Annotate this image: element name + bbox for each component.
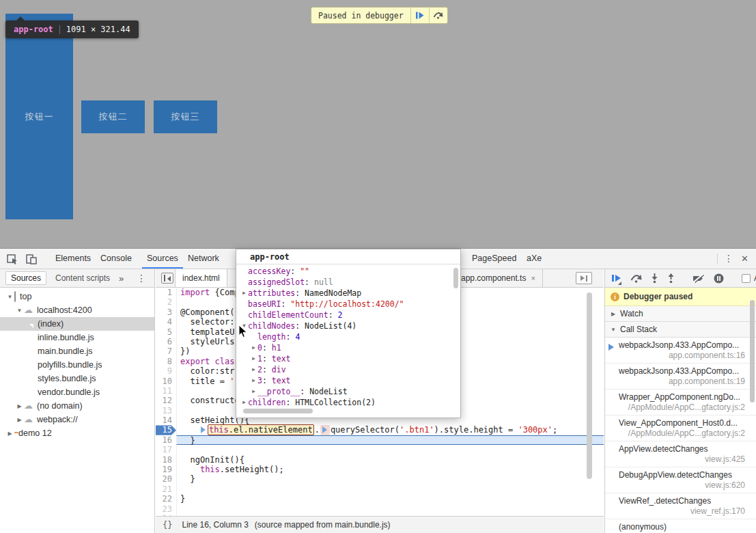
gutter-line-number[interactable]: 2 [156, 297, 176, 307]
tab-elements[interactable]: Elements [53, 249, 93, 269]
device-toolbar-icon[interactable] [26, 254, 37, 264]
call-stack-frame-0[interactable]: webpackJsonp.433.AppCompo...app.componen… [605, 338, 756, 364]
paused-line-gutter-flag[interactable]: 15 [156, 425, 176, 435]
popup-prop-children[interactable]: ▶children: HTMLCollection(2) [236, 397, 460, 408]
popup-prop-2[interactable]: ▶2: div [236, 364, 460, 375]
gutter-line-number[interactable]: 12 [156, 396, 176, 405]
tree-collapsed-icon[interactable]: ▶ [15, 417, 24, 423]
call-stack-frame-6[interactable]: ViewRef_.detectChangesview_ref.js:170 [605, 493, 756, 519]
gutter-line-number[interactable]: 13 [156, 406, 176, 415]
editor-scrollbar-thumb[interactable] [587, 292, 592, 479]
page-button-2[interactable]: 按钮二 [81, 100, 145, 133]
call-stack-frame-3[interactable]: View_AppComponent_Host0.d.../AppModule/A… [605, 415, 756, 441]
prop-collapsed-icon[interactable]: ▶ [250, 364, 257, 375]
popup-prop-assignedSlot[interactable]: assignedSlot: null [236, 277, 460, 288]
watch-section-header[interactable]: ▶ Watch [605, 306, 756, 322]
tab-network[interactable]: Network [186, 249, 221, 269]
gutter-line-number[interactable]: 1 [156, 288, 176, 297]
tree-item-main-bundle-js[interactable]: main.bundle.js [0, 344, 154, 358]
popup-prop-attributes[interactable]: ▶attributes: NamedNodeMap [236, 288, 460, 299]
tree-collapsed-icon[interactable]: ▶ [5, 430, 14, 437]
gutter-line-number[interactable]: 22 [156, 494, 176, 504]
tree-item-polyfills-bundle-js[interactable]: polyfills.bundle.js [0, 358, 154, 372]
gutter-line-number[interactable]: 9 [156, 366, 176, 376]
gutter-line-number[interactable]: 17 [156, 445, 176, 454]
popup-prop-accessKey[interactable]: accessKey: "" [236, 266, 460, 277]
gutter-line-number[interactable]: 6 [156, 337, 176, 346]
inline-step-marker-icon[interactable] [322, 426, 327, 433]
popup-prop-0[interactable]: ▶0: h1 [236, 342, 460, 353]
prop-collapsed-icon[interactable]: ▶ [250, 353, 257, 364]
call-stack-frame-7[interactable]: (anonymous)application_ref.js:625 [605, 519, 756, 533]
step-over-button[interactable] [630, 274, 642, 283]
popup-prop-baseURI[interactable]: baseURI: "http://localhost:4200/" [236, 299, 460, 310]
tree-item--index-[interactable]: (index) [0, 317, 154, 331]
gutter-line-number[interactable]: 18 [156, 455, 176, 465]
popup-prop-__proto__[interactable]: ▶__proto__: NodeList [236, 386, 460, 397]
popup-prop-childElementCount[interactable]: childElementCount: 2 [236, 310, 460, 320]
tree-expanded-icon[interactable]: ▼ [5, 294, 14, 300]
tree-item-inline-bundle-js[interactable]: inline.bundle.js [0, 331, 154, 344]
tree-item-localhost-4200[interactable]: ▼☁localhost:4200 [0, 303, 154, 317]
sidebar-menu-icon[interactable]: ⋮ [137, 273, 146, 284]
sidebar-overflow-chevron[interactable]: » [119, 273, 124, 284]
call-stack-frame-4[interactable]: AppView.detectChangesview.js:425 [605, 441, 756, 467]
tab-axe[interactable]: aXe [524, 249, 544, 269]
editor-tab-index-html[interactable]: index.html [175, 269, 227, 287]
async-checkbox[interactable] [742, 274, 751, 283]
tab-console[interactable]: Console [98, 249, 134, 269]
page-button-1[interactable]: 按钮一 [5, 14, 73, 219]
gutter-line-number[interactable]: 5 [156, 327, 176, 337]
tree-item-vendor-bundle-js[interactable]: vendor.bundle.js [0, 385, 154, 399]
call-stack-frame-2[interactable]: Wrapper_AppComponent.ngDo.../AppModule/A… [605, 390, 756, 415]
tab-sources[interactable]: Sources [145, 249, 180, 269]
hide-navigator-icon[interactable] [161, 273, 173, 284]
sidebar-tab-sources[interactable]: Sources [5, 271, 46, 285]
tree-collapsed-icon[interactable]: ▶ [15, 403, 24, 409]
popup-prop-length[interactable]: length: 4 [236, 331, 460, 342]
gutter-line-number[interactable]: 7 [156, 346, 176, 356]
gutter-line-number[interactable]: 4 [156, 317, 176, 327]
step-into-button[interactable] [651, 273, 658, 283]
popup-scrollbar-vertical-thumb[interactable] [453, 268, 458, 288]
gutter-line-number[interactable]: 14 [156, 415, 176, 425]
popup-prop-3[interactable]: ▶3: text [236, 375, 460, 386]
resume-script-button[interactable] [612, 274, 621, 282]
gutter-line-number[interactable]: 11 [156, 386, 176, 396]
devtools-close-icon[interactable]: ✕ [741, 249, 748, 269]
hover-evaluated-expression[interactable]: this.el.nativeElement [208, 424, 314, 435]
tree-item-webpack-[interactable]: ▶☁webpack:// [0, 413, 154, 426]
inline-step-marker-icon[interactable] [201, 426, 206, 433]
gutter-line-number[interactable]: 10 [156, 377, 176, 386]
gutter-line-number[interactable]: 8 [156, 357, 176, 366]
open-file-panel-icon[interactable] [576, 272, 592, 284]
prop-collapsed-icon[interactable]: ▶ [250, 375, 257, 386]
popup-prop-1[interactable]: ▶1: text [236, 353, 460, 364]
popup-scrollbar-horizontal-thumb[interactable] [243, 409, 313, 413]
tab-close-icon[interactable]: × [531, 274, 535, 282]
call-stack-frame-5[interactable]: DebugAppView.detectChangesview.js:620 [605, 467, 756, 493]
popup-prop-childNodes[interactable]: ▼childNodes: NodeList(4) [236, 320, 460, 331]
banner-resume-button[interactable] [410, 8, 429, 23]
gutter-line-number[interactable]: 20 [156, 474, 176, 484]
sidebar-scrollbar-thumb[interactable] [750, 300, 755, 402]
sidebar-tab-content-scripts[interactable]: Content scripts [55, 273, 110, 283]
prop-collapsed-icon[interactable]: ▶ [250, 386, 257, 397]
call-stack-section-header[interactable]: ▼ Call Stack [605, 322, 756, 338]
deactivate-breakpoints-button[interactable] [692, 274, 705, 283]
gutter-line-number[interactable]: 3 [156, 308, 176, 317]
inline-step-marker-box[interactable] [320, 425, 330, 435]
banner-step-over-button[interactable] [429, 8, 447, 23]
inspect-element-icon[interactable] [7, 254, 18, 264]
format-pretty-print-icon[interactable]: {} [163, 520, 172, 530]
tree-item--no-domain-[interactable]: ▶☁(no domain) [0, 399, 154, 413]
step-out-button[interactable] [667, 273, 675, 283]
prop-collapsed-icon[interactable]: ▶ [240, 397, 248, 408]
gutter-line-number[interactable]: 21 [156, 484, 176, 494]
gutter-line-number[interactable]: 19 [156, 465, 176, 474]
prop-collapsed-icon[interactable]: ▶ [240, 288, 248, 299]
tree-item-styles-bundle-js[interactable]: styles.bundle.js [0, 372, 154, 385]
tree-item-demo-12[interactable]: ▶demo 12 [0, 426, 154, 440]
tab-pagespeed[interactable]: PageSpeed [470, 249, 518, 269]
prop-collapsed-icon[interactable]: ▶ [250, 342, 257, 353]
